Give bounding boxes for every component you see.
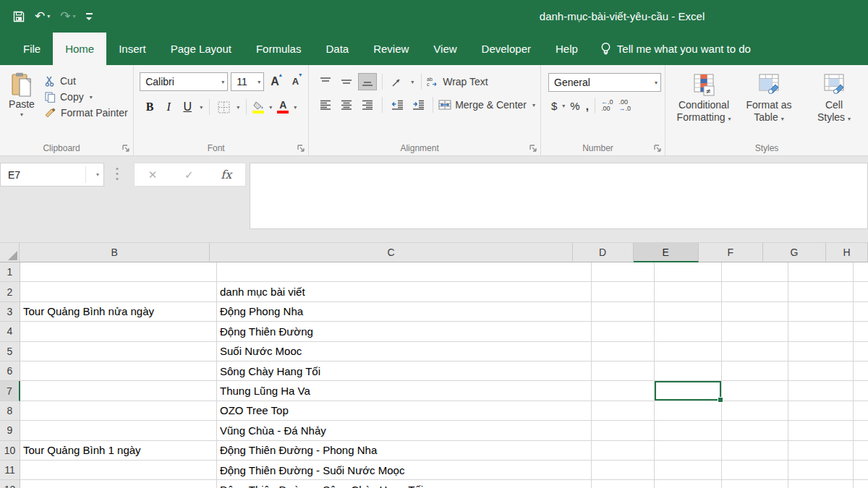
paste-button[interactable]: Paste ▾ <box>4 69 39 141</box>
cell-E1[interactable] <box>655 262 722 282</box>
cell-D3[interactable] <box>592 302 655 322</box>
row-header-9[interactable]: 9 <box>0 421 20 440</box>
percent-button[interactable]: % <box>567 100 582 112</box>
cell-C5[interactable]: Suối Nước Mooc <box>217 342 592 361</box>
column-header-B[interactable]: B <box>20 243 210 262</box>
decrease-font-size-button[interactable]: A▾ <box>289 76 305 87</box>
cell-H3[interactable] <box>854 302 868 322</box>
insert-function-button[interactable]: fx <box>221 168 231 181</box>
cell-G8[interactable] <box>788 401 854 421</box>
row-header-1[interactable]: 1 <box>0 262 20 282</box>
tab-data[interactable]: Data <box>313 33 361 65</box>
align-right-button[interactable] <box>358 96 377 114</box>
align-left-button[interactable] <box>316 96 335 114</box>
tab-review[interactable]: Review <box>361 33 421 65</box>
cell-D8[interactable] <box>592 401 655 421</box>
cell-B9[interactable] <box>20 421 217 440</box>
row-header-11[interactable]: 11 <box>0 461 20 480</box>
row-header-2[interactable]: 2 <box>0 282 20 301</box>
bottom-align-button[interactable] <box>358 73 377 90</box>
row-header-10[interactable]: 10 <box>0 441 20 461</box>
increase-font-size-button[interactable]: A▴ <box>267 75 286 88</box>
cell-C11[interactable]: Động Thiên Đường - Suối Nước Moọc <box>217 461 592 480</box>
cell-E12[interactable] <box>655 480 722 488</box>
tab-insert[interactable]: Insert <box>106 33 158 65</box>
name-box[interactable]: E7 ▾ <box>0 163 104 187</box>
italic-button[interactable]: I <box>160 98 177 116</box>
cell-F9[interactable] <box>722 421 788 440</box>
format-painter-button[interactable]: Format Painter <box>45 107 128 119</box>
cancel-button[interactable]: ✕ <box>148 168 158 181</box>
cell-D1[interactable] <box>592 262 655 282</box>
cell-D9[interactable] <box>592 421 655 440</box>
undo-dropdown-icon[interactable]: ▾ <box>47 13 50 20</box>
currency-button[interactable]: $ <box>548 100 560 112</box>
cell-E5[interactable] <box>655 342 722 361</box>
cell-E3[interactable] <box>655 302 722 322</box>
tab-home[interactable]: Home <box>53 33 106 65</box>
align-center-button[interactable] <box>337 96 356 114</box>
cell-E11[interactable] <box>655 461 722 480</box>
select-all-button[interactable] <box>0 243 20 262</box>
tab-formulas[interactable]: Formulas <box>244 33 314 65</box>
orientation-dropdown-icon[interactable]: ▾ <box>409 79 416 85</box>
cell-B3[interactable]: Tour Quảng Bình nửa ngày <box>20 302 217 322</box>
row-header-6[interactable]: 6 <box>0 361 20 381</box>
cell-styles-button[interactable]: CellStyles ▾ <box>803 69 865 141</box>
cell-E9[interactable] <box>655 421 722 440</box>
cell-H12[interactable] <box>854 480 868 488</box>
font-color-button[interactable]: A <box>276 98 290 116</box>
tab-help[interactable]: Help <box>543 33 590 65</box>
decrease-decimal-button[interactable]: ←.0 .00 <box>598 99 616 112</box>
row-header-3[interactable]: 3 <box>0 302 20 322</box>
font-name-combo[interactable]: Calibri▾ <box>140 72 228 91</box>
cell-H9[interactable] <box>854 421 868 440</box>
cell-G1[interactable] <box>788 262 854 282</box>
fill-color-dropdown-icon[interactable]: ▾ <box>267 104 274 111</box>
formula-bar-resize-handle[interactable]: ••• <box>116 166 119 181</box>
underline-dropdown-icon[interactable]: ▾ <box>197 104 205 111</box>
cell-B5[interactable] <box>20 342 217 361</box>
cell-D10[interactable] <box>592 441 655 461</box>
cell-B4[interactable] <box>20 322 217 341</box>
row-header-5[interactable]: 5 <box>0 342 20 361</box>
comma-button[interactable]: , <box>583 100 592 112</box>
cell-C1[interactable] <box>217 262 592 282</box>
fill-color-button[interactable] <box>251 98 265 116</box>
cell-D2[interactable] <box>592 282 655 301</box>
enter-button[interactable]: ✓ <box>184 168 194 181</box>
cell-E4[interactable] <box>655 322 722 341</box>
cell-E6[interactable] <box>655 361 722 381</box>
clipboard-dialog-launcher[interactable] <box>122 145 130 153</box>
row-header-4[interactable]: 4 <box>0 322 20 341</box>
paste-dropdown-icon[interactable]: ▾ <box>20 111 23 118</box>
cell-B8[interactable] <box>20 401 217 421</box>
currency-dropdown-icon[interactable]: ▾ <box>560 103 567 109</box>
formula-input[interactable] <box>250 163 868 229</box>
font-size-combo[interactable]: 11▾ <box>231 72 264 91</box>
cell-D6[interactable] <box>592 361 655 381</box>
redo-dropdown-icon[interactable]: ▾ <box>73 13 76 20</box>
cell-F8[interactable] <box>722 401 788 421</box>
orientation-button[interactable] <box>388 73 407 90</box>
redo-button[interactable]: ↷▾ <box>60 9 75 24</box>
middle-align-button[interactable] <box>337 73 356 90</box>
number-format-combo[interactable]: General▾ <box>548 73 661 92</box>
cell-E7[interactable] <box>655 381 722 401</box>
borders-dropdown-icon[interactable]: ▾ <box>234 104 242 111</box>
cell-G10[interactable] <box>788 441 854 461</box>
cell-C12[interactable]: Động Thiên Đường - Sông Chày Hang Tối <box>217 480 592 488</box>
cell-H1[interactable] <box>854 262 868 282</box>
conditional-formatting-button[interactable]: ≠ ConditionalFormatting ▾ <box>673 69 735 141</box>
merge-center-button[interactable]: Merge & Center ▾ <box>438 99 537 111</box>
tab-developer[interactable]: Developer <box>469 33 543 65</box>
cell-D4[interactable] <box>592 322 655 341</box>
cell-C7[interactable]: Thung Lũng Ha Va <box>217 381 592 401</box>
cell-H10[interactable] <box>854 441 868 461</box>
cell-C10[interactable]: Động Thiên Đường - Phong Nha <box>217 441 592 461</box>
cell-C4[interactable]: Động Thiên Đường <box>217 322 592 341</box>
decrease-indent-button[interactable] <box>388 96 407 114</box>
wrap-text-button[interactable]: abc Wrap Text <box>427 76 488 87</box>
cell-C8[interactable]: OZO Tree Top <box>217 401 592 421</box>
tab-file[interactable]: File <box>11 33 53 65</box>
